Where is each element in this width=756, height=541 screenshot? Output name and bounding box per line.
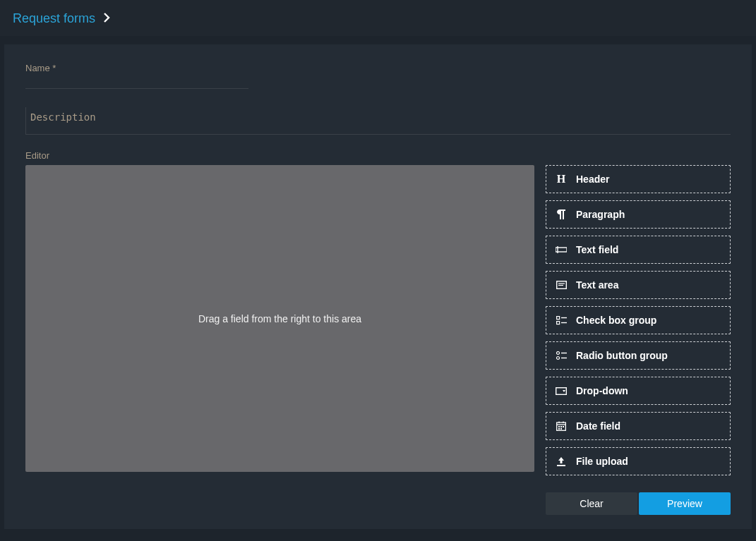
palette-item-label: Check box group [576, 315, 656, 326]
breadcrumb-root-link[interactable]: Request forms [13, 11, 95, 26]
checkbox-icon [555, 316, 568, 325]
upload-icon [555, 457, 568, 466]
header-icon: H [555, 174, 568, 185]
palette-item-label: Drop-down [576, 385, 628, 396]
palette-item-label: Text area [576, 279, 618, 291]
svg-marker-24 [558, 457, 564, 463]
preview-button[interactable]: Preview [639, 492, 731, 515]
svg-point-10 [556, 356, 559, 359]
palette-item-paragraph[interactable]: Paragraph [546, 200, 731, 229]
radio-icon [555, 351, 568, 360]
palette-item-radio-group[interactable]: Radio button group [546, 341, 731, 370]
text-field-icon [555, 245, 568, 254]
editor-row: Drag a field from the right to this area… [25, 165, 731, 515]
palette-item-label: Paragraph [576, 209, 625, 220]
svg-rect-5 [556, 316, 559, 319]
name-field-row: Name * [25, 63, 731, 89]
svg-rect-6 [556, 321, 559, 324]
palette-item-label: File upload [576, 456, 628, 467]
svg-point-9 [556, 351, 559, 354]
palette-item-label: Text field [576, 244, 618, 255]
svg-rect-13 [556, 387, 567, 394]
drop-hint-text: Drag a field from the right to this area [198, 313, 361, 324]
form-builder-card: Name * Editor Drag a field from the righ… [4, 44, 752, 529]
palette-item-text-field[interactable]: Text field [546, 236, 731, 264]
palette-item-date-field[interactable]: Date field [546, 412, 731, 440]
palette-item-text-area[interactable]: Text area [546, 271, 731, 299]
editor-drop-area[interactable]: Drag a field from the right to this area [25, 165, 534, 472]
dropdown-icon [555, 387, 568, 395]
palette-item-label: Radio button group [576, 350, 668, 361]
palette-item-header[interactable]: H Header [546, 165, 731, 193]
text-area-icon [555, 281, 568, 289]
name-input[interactable] [25, 75, 248, 89]
svg-rect-20 [560, 426, 562, 427]
palette-item-label: Header [576, 174, 609, 185]
paragraph-icon [555, 209, 568, 219]
palette-item-dropdown[interactable]: Drop-down [546, 377, 731, 405]
clear-button[interactable]: Clear [546, 492, 637, 515]
breadcrumb: Request forms [0, 0, 756, 36]
palette-item-label: Date field [576, 420, 620, 432]
chevron-right-icon [102, 12, 111, 26]
svg-rect-21 [563, 426, 564, 427]
svg-marker-14 [563, 390, 565, 392]
svg-rect-22 [558, 428, 560, 430]
description-input[interactable] [28, 107, 731, 131]
palette-item-file-upload[interactable]: File upload [546, 447, 731, 475]
editor-label: Editor [25, 150, 731, 161]
svg-rect-25 [557, 465, 565, 466]
palette-actions: Clear Preview [546, 492, 731, 515]
field-palette: H Header Paragraph Text field Text a [546, 165, 731, 515]
svg-rect-23 [560, 428, 562, 430]
name-label: Name * [25, 63, 731, 73]
palette-item-checkbox-group[interactable]: Check box group [546, 306, 731, 334]
date-icon [555, 421, 568, 431]
description-field-row [25, 107, 731, 135]
svg-rect-19 [558, 426, 560, 427]
